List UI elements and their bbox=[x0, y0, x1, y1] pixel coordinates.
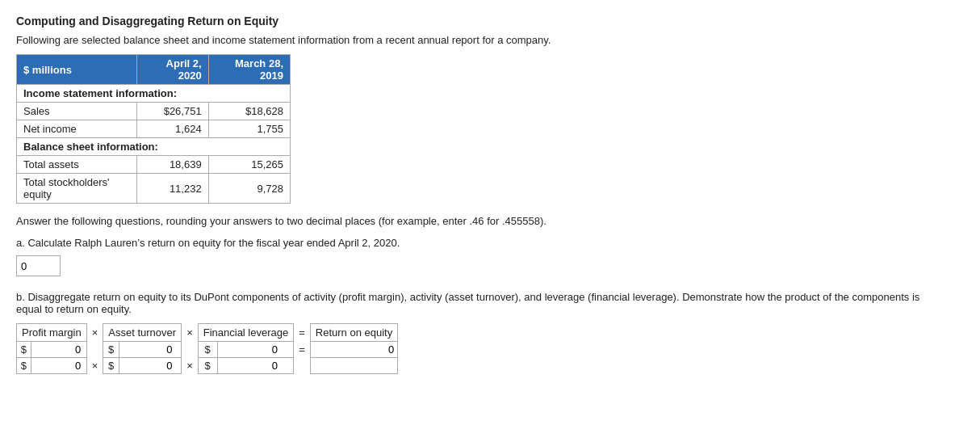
dupont-row-2: $ × $ × $ bbox=[17, 358, 398, 374]
fl-dollar-2: $ bbox=[198, 358, 217, 374]
eq-cell-2 bbox=[294, 358, 311, 374]
table-row: Sales $26,751 $18,628 bbox=[17, 103, 291, 120]
at-dollar-1: $ bbox=[103, 342, 119, 358]
answer-a-input[interactable] bbox=[16, 255, 61, 276]
pm-input-cell-1[interactable] bbox=[31, 342, 86, 358]
subtitle: Following are selected balance sheet and… bbox=[16, 34, 964, 46]
dupont-header-roe: Return on equity bbox=[310, 324, 397, 342]
eq-cell-1: = bbox=[294, 342, 311, 358]
dupont-header-pm: Profit margin bbox=[17, 324, 87, 342]
dupont-header-at: Asset turnover bbox=[103, 324, 182, 342]
data-table: $ millions April 2, 2020 March 28, 2019 … bbox=[16, 54, 291, 204]
roe-input-1[interactable] bbox=[329, 343, 394, 356]
fl-dollar-1: $ bbox=[198, 342, 217, 358]
fl-input-cell-1[interactable] bbox=[217, 342, 294, 358]
at-input-2[interactable] bbox=[128, 360, 173, 372]
fl-input-cell-2[interactable] bbox=[217, 358, 294, 374]
at-dollar-2: $ bbox=[103, 358, 119, 374]
fl-input-2[interactable] bbox=[233, 360, 278, 372]
dupont-header-fl: Financial leverage bbox=[198, 324, 294, 342]
question-a-text: a. Calculate Ralph Lauren’s return on eq… bbox=[16, 237, 964, 249]
table-row: Total assets 18,639 15,265 bbox=[17, 156, 291, 174]
dupont-op1: × bbox=[86, 324, 103, 342]
dupont-eq: = bbox=[294, 324, 311, 342]
pm-input-cell-2[interactable] bbox=[31, 358, 86, 374]
balance-section-header: Balance sheet information: bbox=[17, 138, 291, 156]
pm-dollar-1: $ bbox=[17, 342, 31, 358]
dupont-header-row: Profit margin × Asset turnover × Financi… bbox=[17, 324, 398, 342]
at-input-1[interactable] bbox=[128, 343, 173, 356]
pm-input-2[interactable] bbox=[36, 360, 81, 372]
table-row: Total stockholders' equity 11,232 9,728 bbox=[17, 174, 291, 204]
dupont-table: Profit margin × Asset turnover × Financi… bbox=[16, 323, 398, 374]
col-header-1: April 2, 2020 bbox=[137, 55, 208, 85]
col-header-2: March 28, 2019 bbox=[208, 55, 290, 85]
dupont-op2: × bbox=[182, 324, 199, 342]
roe-input-cell-1[interactable] bbox=[310, 342, 397, 358]
pm-input-1[interactable] bbox=[36, 343, 81, 356]
dupont-row-1: $ $ $ = bbox=[17, 342, 398, 358]
op1-cell-1 bbox=[86, 342, 103, 358]
op2-cell-1 bbox=[182, 342, 199, 358]
instruction-text: Answer the following questions, rounding… bbox=[16, 215, 743, 227]
roe-empty-2 bbox=[310, 358, 397, 374]
pm-dollar-2: $ bbox=[17, 358, 31, 374]
table-row: Net income 1,624 1,755 bbox=[17, 120, 291, 138]
question-b-text: b. Disaggregate return on equity to its … bbox=[16, 291, 944, 315]
income-section-header: Income statement information: bbox=[17, 85, 291, 103]
op1-cell-2: × bbox=[86, 358, 103, 374]
op2-cell-2: × bbox=[182, 358, 199, 374]
page-title: Computing and Disaggregating Return on E… bbox=[16, 15, 964, 27]
fl-input-1[interactable] bbox=[233, 343, 278, 356]
at-input-cell-2[interactable] bbox=[119, 358, 181, 374]
col-header-0: $ millions bbox=[17, 55, 137, 85]
at-input-cell-1[interactable] bbox=[119, 342, 181, 358]
